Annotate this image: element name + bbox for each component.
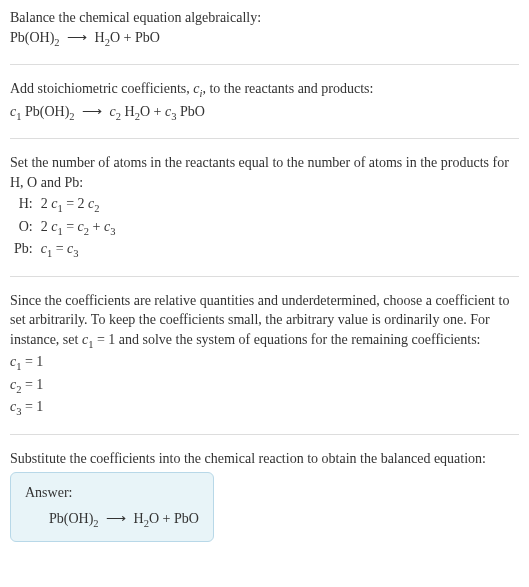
coefficients-text: Add stoichiometric coefficients, ci, to … — [10, 79, 519, 101]
sp2b: O + — [140, 104, 165, 119]
arrow-icon: ⟶ — [102, 511, 130, 526]
section-atoms: Set the number of atoms in the reactants… — [10, 153, 519, 277]
h-eq: 2 c1 = 2 c2 — [37, 194, 120, 216]
arrow-icon: ⟶ — [63, 30, 91, 45]
t: = 2 — [63, 196, 88, 211]
coeff-line-2: c2 = 1 — [10, 375, 519, 397]
problem-equation: Pb(OH)2 ⟶ H2O + PbO — [10, 28, 519, 50]
t: = — [52, 241, 67, 256]
solve-text: Since the coefficients are relative quan… — [10, 291, 519, 353]
sp1-sub: 2 — [69, 110, 74, 121]
table-row: H: 2 c1 = 2 c2 — [10, 194, 119, 216]
t: 2 — [41, 196, 52, 211]
table-row: Pb: c1 = c3 — [10, 239, 119, 261]
sp1: Pb(OH) — [21, 104, 69, 119]
o-label: O: — [10, 217, 37, 239]
product-text-b: O + PbO — [110, 30, 160, 45]
t: = 1 — [21, 377, 43, 392]
answer-equation: Pb(OH)2 ⟶ H2O + PbO — [25, 509, 199, 531]
reactant-sub: 2 — [54, 36, 59, 47]
atoms-table: H: 2 c1 = 2 c2 O: 2 c1 = c2 + c3 Pb: c1 … — [10, 194, 119, 261]
section-problem: Balance the chemical equation algebraica… — [10, 8, 519, 65]
product-text-b: O + PbO — [149, 511, 199, 526]
s: 3 — [73, 248, 78, 259]
section-solve: Since the coefficients are relative quan… — [10, 291, 519, 435]
s: 3 — [110, 226, 115, 237]
sp2: H — [121, 104, 135, 119]
t: = 1 — [21, 354, 43, 369]
pb-eq: c1 = c3 — [37, 239, 120, 261]
product-text: H — [95, 30, 105, 45]
o-eq: 2 c1 = c2 + c3 — [37, 217, 120, 239]
t: = — [63, 219, 78, 234]
s: 2 — [94, 203, 99, 214]
text-b: , to the reactants and products: — [202, 81, 373, 96]
problem-title: Balance the chemical equation algebraica… — [10, 8, 519, 28]
pb-label: Pb: — [10, 239, 37, 261]
text-a: Add stoichiometric coefficients, — [10, 81, 193, 96]
coeff-equation: c1 Pb(OH)2 ⟶ c2 H2O + c3 PbO — [10, 102, 519, 124]
text-b: = 1 and solve the system of equations fo… — [93, 332, 480, 347]
answer-box: Answer: Pb(OH)2 ⟶ H2O + PbO — [10, 472, 214, 542]
h-label: H: — [10, 194, 37, 216]
section-coefficients: Add stoichiometric coefficients, ci, to … — [10, 79, 519, 139]
answer-text: Substitute the coefficients into the che… — [10, 449, 519, 469]
reactant-text: Pb(OH) — [10, 30, 54, 45]
coeff-line-1: c1 = 1 — [10, 352, 519, 374]
product-text: H — [134, 511, 144, 526]
atoms-text: Set the number of atoms in the reactants… — [10, 153, 519, 192]
t: 2 — [41, 219, 52, 234]
section-answer: Substitute the coefficients into the che… — [10, 449, 519, 551]
t: = 1 — [21, 399, 43, 414]
sp3: PbO — [176, 104, 204, 119]
reactant-sub: 2 — [93, 518, 98, 529]
answer-label: Answer: — [25, 483, 199, 503]
reactant-text: Pb(OH) — [49, 511, 93, 526]
t: + — [89, 219, 104, 234]
table-row: O: 2 c1 = c2 + c3 — [10, 217, 119, 239]
coeff-line-3: c3 = 1 — [10, 397, 519, 419]
arrow-icon: ⟶ — [78, 104, 106, 119]
